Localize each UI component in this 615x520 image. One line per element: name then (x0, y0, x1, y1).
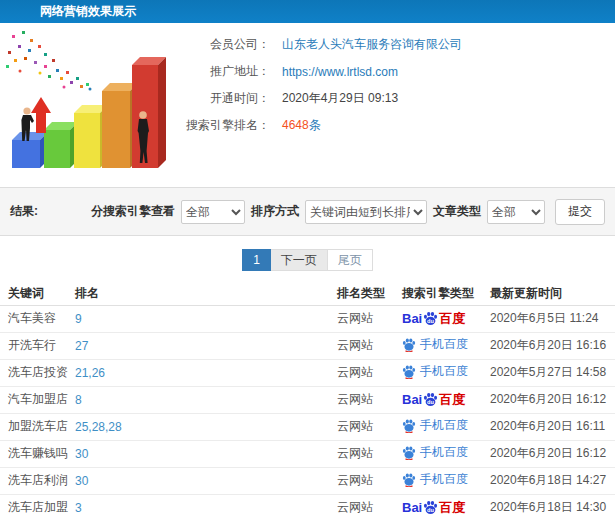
rank-type-cell: 云网站 (337, 440, 402, 467)
last-page-button[interactable]: 尾页 (328, 249, 373, 271)
svg-text:du: du (427, 399, 434, 405)
update-time-cell: 2020年6月18日 14:30 (490, 494, 615, 520)
header-rank: 排名 (75, 283, 337, 305)
mobile-baidu-logo: 手机百度 (402, 336, 468, 353)
header-engine: 搜索引擎类型 (402, 283, 490, 305)
update-time-cell: 2020年6月20日 16:16 (490, 332, 615, 359)
engine-rank-count: 4648 (282, 118, 309, 132)
type-filter-label: 文章类型 (433, 203, 481, 220)
header-ranktype: 排名类型 (337, 283, 402, 305)
header-time: 最新更新时间 (490, 283, 615, 305)
table-row: 汽车美容 9 云网站 Baidu百度 2020年6月5日 11:24 (0, 305, 615, 332)
table-row: 洗车店利润 30 云网站 手机百度 2020年6月18日 14:27 (0, 467, 615, 494)
open-time-value: 2020年4月29日 09:13 (282, 90, 398, 107)
keyword-rank-table: 关键词 排名 排名类型 搜索引擎类型 最新更新时间 汽车美容 9 云网站 Bai… (0, 283, 615, 520)
promo-url-link[interactable]: https://www.lrtlsd.com (282, 65, 398, 79)
account-info-list: 会员公司： 山东老人头汽车服务咨询有限公司 推广地址： https://www.… (180, 23, 615, 187)
open-time-label: 开通时间： (180, 90, 270, 107)
pagination: 1 下一页 尾页 (0, 236, 615, 283)
next-page-button[interactable]: 下一页 (271, 249, 328, 271)
confetti-dots (6, 31, 92, 91)
rank-link[interactable]: 27 (75, 339, 88, 353)
engine-rank-unit: 条 (309, 118, 321, 132)
rank-type-cell: 云网站 (337, 413, 402, 440)
keyword-cell: 洗车店利润 (0, 467, 75, 494)
update-time-cell: 2020年6月5日 11:24 (490, 305, 615, 332)
rank-link[interactable]: 8 (75, 393, 82, 407)
table-row: 开洗车行 27 云网站 手机百度 2020年6月20日 16:16 (0, 332, 615, 359)
table-row: 洗车店投资 21,26 云网站 手机百度 2020年5月27日 14:58 (0, 359, 615, 386)
header-keyword: 关键词 (0, 283, 75, 305)
update-time-cell: 2020年6月20日 16:12 (490, 440, 615, 467)
member-company-link[interactable]: 山东老人头汽车服务咨询有限公司 (282, 36, 462, 53)
table-row: 汽车加盟店 8 云网站 Baidu百度 2020年6月20日 16:12 (0, 386, 615, 413)
page-1-button[interactable]: 1 (242, 249, 271, 271)
keyword-cell: 洗车店投资 (0, 359, 75, 386)
member-company-row: 会员公司： 山东老人头汽车服务咨询有限公司 (180, 37, 615, 52)
update-time-cell: 2020年6月20日 16:11 (490, 413, 615, 440)
type-filter-select[interactable]: 全部 (487, 200, 545, 224)
rank-link[interactable]: 30 (75, 474, 88, 488)
account-info-section: 会员公司： 山东老人头汽车服务咨询有限公司 推广地址： https://www.… (0, 23, 615, 187)
rank-link[interactable]: 21,26 (75, 366, 105, 380)
table-header-row: 关键词 排名 排名类型 搜索引擎类型 最新更新时间 (0, 283, 615, 305)
promo-url-label: 推广地址： (180, 63, 270, 80)
rank-type-cell: 云网站 (337, 305, 402, 332)
engine-filter-select[interactable]: 全部 (181, 200, 245, 224)
mobile-baidu-logo: 手机百度 (402, 417, 468, 434)
filter-bar: 结果: 分搜索引擎查看 全部 排序方式 关键词由短到长排序 文章类型 全部 提交 (0, 187, 615, 236)
keyword-cell: 加盟洗车店 (0, 413, 75, 440)
sort-filter-label: 排序方式 (251, 203, 299, 220)
svg-text:du: du (427, 507, 434, 513)
rank-type-cell: 云网站 (337, 467, 402, 494)
rank-link[interactable]: 30 (75, 447, 88, 461)
rank-type-cell: 云网站 (337, 332, 402, 359)
page-title: 网络营销效果展示 (0, 0, 615, 23)
keyword-cell: 汽车加盟店 (0, 386, 75, 413)
baidu-logo: Baidu百度 (402, 311, 465, 327)
baidu-logo: Baidu百度 (402, 392, 465, 408)
submit-button[interactable]: 提交 (555, 199, 605, 225)
engine-rank-row: 搜索引擎排名： 4648条 (180, 118, 615, 133)
table-row: 洗车店加盟 3 云网站 Baidu百度 2020年6月18日 14:30 (0, 494, 615, 520)
mobile-baidu-logo: 手机百度 (402, 363, 468, 380)
update-time-cell: 2020年5月27日 14:58 (490, 359, 615, 386)
result-label: 结果: (10, 203, 38, 220)
table-row: 洗车赚钱吗 30 云网站 手机百度 2020年6月20日 16:12 (0, 440, 615, 467)
rank-type-cell: 云网站 (337, 386, 402, 413)
rank-link[interactable]: 3 (75, 501, 82, 515)
mobile-baidu-logo: 手机百度 (402, 471, 468, 488)
member-company-label: 会员公司： (180, 36, 270, 53)
keyword-cell: 洗车店加盟 (0, 494, 75, 520)
growth-bar-chart-illustration (0, 23, 180, 183)
baidu-logo: Baidu百度 (402, 500, 465, 516)
rank-type-cell: 云网站 (337, 494, 402, 520)
update-time-cell: 2020年6月20日 16:12 (490, 386, 615, 413)
svg-text:du: du (427, 318, 434, 324)
promo-url-row: 推广地址： https://www.lrtlsd.com (180, 64, 615, 79)
rank-link[interactable]: 9 (75, 312, 82, 326)
mobile-baidu-logo: 手机百度 (402, 444, 468, 461)
rank-type-cell: 云网站 (337, 359, 402, 386)
keyword-cell: 洗车赚钱吗 (0, 440, 75, 467)
engine-filter-label: 分搜索引擎查看 (91, 203, 175, 220)
rank-link[interactable]: 25,28,28 (75, 420, 122, 434)
update-time-cell: 2020年6月18日 14:27 (490, 467, 615, 494)
sort-filter-select[interactable]: 关键词由短到长排序 (305, 200, 427, 224)
table-row: 加盟洗车店 25,28,28 云网站 手机百度 2020年6月20日 16:11 (0, 413, 615, 440)
engine-rank-label: 搜索引擎排名： (180, 117, 270, 134)
keyword-cell: 开洗车行 (0, 332, 75, 359)
keyword-cell: 汽车美容 (0, 305, 75, 332)
open-time-row: 开通时间： 2020年4月29日 09:13 (180, 91, 615, 106)
